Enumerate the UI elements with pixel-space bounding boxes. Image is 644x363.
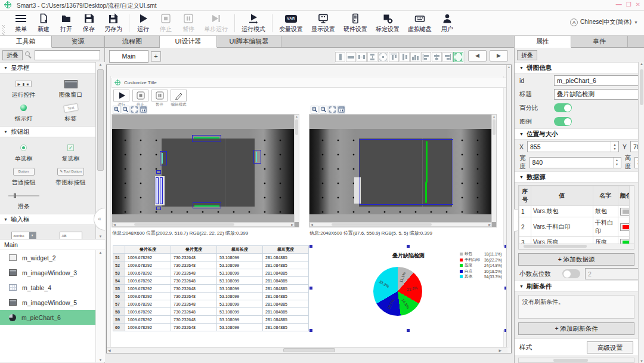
tree-item-m_imageWindow_5[interactable]: m_imageWindow_5: [0, 295, 95, 310]
toolbar-button-var[interactable]: VAR变量设置: [275, 13, 307, 33]
toolbox-item[interactable]: Text标签: [47, 103, 94, 123]
run-button[interactable]: [113, 90, 129, 101]
toolbox-item[interactable]: 滑条: [0, 191, 47, 211]
id-field[interactable]: [554, 75, 638, 86]
toolbar-button-pause[interactable]: 暂停: [177, 13, 200, 33]
row-number-cell[interactable]: 52: [113, 262, 125, 269]
tree-item-m_widget_2[interactable]: m_widget_2: [0, 250, 95, 265]
zoom-in-button[interactable]: [113, 106, 120, 113]
toolbar-button-hardware[interactable]: 硬件设置: [339, 13, 371, 33]
align-button-center-horizontal[interactable]: [400, 52, 410, 62]
add-datasource-button[interactable]: + 添加数据源: [518, 253, 634, 266]
datasource-row[interactable]: 1Vars.鼓包鼓包: [519, 206, 634, 217]
toolbox-section-header[interactable]: ▼按钮组: [0, 126, 95, 137]
pie-chart-widget[interactable]: 叠片缺陷检测 11.1%22.2%14.8%18.5%33.3% 鼓包18(11…: [311, 247, 506, 330]
datasource-horizontal-scrollbar[interactable]: [518, 244, 634, 250]
toolbar-button-save[interactable]: 保存: [78, 13, 100, 33]
row-number-cell[interactable]: 60: [113, 324, 125, 331]
section-geometry[interactable]: ▼位置与大小: [515, 128, 638, 140]
stop-button[interactable]: [132, 90, 148, 101]
row-number-cell[interactable]: 51: [113, 254, 125, 262]
toolbar-button-open[interactable]: 打开: [55, 13, 78, 33]
image-window-right[interactable]: ▲ ◀▶: [309, 114, 497, 227]
tab-flowchart[interactable]: 流程图: [105, 36, 160, 47]
zoom-one-to-one-button[interactable]: [338, 106, 345, 113]
toolbar-button-menu[interactable]: 菜单: [10, 13, 32, 33]
image-window-left[interactable]: ▲ ◀▶: [112, 114, 299, 227]
canvas-horizontal-scrollbar[interactable]: ◀▶: [107, 347, 507, 353]
column-header[interactable]: 叠片长度: [125, 246, 171, 254]
toolbar-button-stop[interactable]: 停止: [154, 13, 177, 33]
toolbox-item[interactable]: 图像窗口: [47, 79, 94, 99]
toolbox-item[interactable]: combo▾组合框: [0, 231, 47, 239]
resize-handle[interactable]: [407, 329, 410, 332]
legend-toggle[interactable]: [554, 117, 572, 126]
tab-ui-script-editor[interactable]: UI脚本编辑器: [217, 36, 281, 47]
panel-vertical-scrollbar[interactable]: ▲▼: [638, 62, 644, 363]
row-number-cell[interactable]: 58: [113, 308, 125, 316]
zoom-out-button[interactable]: [122, 106, 129, 113]
scroll-down-icon[interactable]: ▼: [96, 358, 105, 362]
collapse-button[interactable]: 折叠: [2, 50, 23, 60]
align-button-align-right[interactable]: [442, 52, 453, 62]
tab-properties[interactable]: 属性: [515, 36, 571, 48]
toolbox-item[interactable]: 单选框: [0, 143, 47, 163]
toolbox-item[interactable]: ✓复选框: [47, 143, 94, 163]
decimal-toggle[interactable]: [562, 269, 580, 278]
image-vertical-scrollbar[interactable]: ▲: [491, 115, 496, 222]
percent-toggle[interactable]: [554, 103, 572, 112]
toolbar-button-step[interactable]: 单步运行: [200, 13, 232, 33]
toolbox-item[interactable]: 指示灯: [0, 103, 47, 123]
align-button-expand[interactable]: [378, 52, 388, 62]
x-stepper[interactable]: ▲▼: [527, 141, 619, 152]
zoom-fit-button[interactable]: [131, 106, 138, 113]
nav-prev-button[interactable]: ◀: [468, 50, 487, 61]
datasource-vertical-scrollbar[interactable]: [629, 186, 634, 244]
tab-resources[interactable]: 资源: [52, 36, 104, 47]
align-button-align-h-center[interactable]: [346, 52, 356, 62]
zoom-one-to-one-button[interactable]: [140, 106, 147, 113]
page-tab-main[interactable]: Main: [109, 50, 148, 63]
row-number-cell[interactable]: 54: [113, 277, 125, 285]
tree-item-m_imageWindow_3[interactable]: m_imageWindow_3: [0, 265, 95, 280]
zoom-out-button[interactable]: [320, 106, 327, 113]
toolbar-button-user[interactable]: 用户: [436, 13, 459, 33]
close-button[interactable]: ✕: [636, 1, 640, 8]
toolbox-item[interactable]: Button普通按钮: [0, 167, 47, 187]
toolbar-button-runmode[interactable]: 运行模式: [237, 13, 270, 33]
resize-handle[interactable]: [309, 329, 312, 332]
row-number-cell[interactable]: 57: [113, 300, 125, 308]
zoom-in-button[interactable]: [311, 106, 318, 113]
minimize-button[interactable]: —: [616, 1, 622, 8]
pause-button[interactable]: [151, 90, 168, 101]
toolbar-button-display[interactable]: 显示设置: [307, 13, 339, 33]
row-number-cell[interactable]: 56: [113, 293, 125, 300]
scroll-down-icon[interactable]: ▼: [96, 235, 105, 238]
row-number-cell[interactable]: 53: [113, 269, 125, 277]
search-input[interactable]: [35, 50, 100, 60]
ds-column-header[interactable]: 名字: [593, 186, 618, 206]
edit-button[interactable]: [171, 90, 187, 101]
decimal-stepper[interactable]: ▲▼: [585, 268, 638, 279]
align-button-space-horizontal[interactable]: [357, 52, 367, 62]
image-horizontal-scrollbar[interactable]: ◀▶: [112, 222, 295, 227]
resize-handle[interactable]: [407, 245, 410, 248]
align-button-align-v-center[interactable]: [335, 52, 345, 62]
datasource-row[interactable]: 2Vars.干料白印干料白印: [519, 217, 634, 237]
maximize-button[interactable]: ❐: [626, 1, 631, 8]
toolbar-button-calib[interactable]: 标定设置: [371, 13, 404, 33]
collapse-button[interactable]: 折叠: [517, 50, 537, 60]
panel-horizontal-scrollbar[interactable]: [518, 358, 634, 363]
language-selector[interactable]: A Chinese|中文(简体) ▼: [570, 18, 638, 26]
scroll-up-icon[interactable]: ▲: [96, 251, 105, 254]
advanced-settings-button[interactable]: 高级设置: [587, 342, 633, 353]
add-refresh-condition-button[interactable]: + 添加刷新条件: [518, 322, 634, 335]
design-canvas[interactable]: Customize Title 运行停止暂停编辑模式 ▲ ◀▶ 信息:2048X…: [106, 64, 512, 353]
toolbox-section-header[interactable]: ▼显示框: [0, 62, 95, 73]
column-header[interactable]: 极耳宽度: [263, 246, 309, 254]
image-horizontal-scrollbar[interactable]: ◀▶: [309, 222, 492, 227]
scroll-up-icon[interactable]: ▲: [96, 63, 105, 66]
ds-column-header[interactable]: 值: [531, 186, 593, 206]
toolbar-button-new[interactable]: 新建: [32, 13, 55, 33]
toolbox-item[interactable]: AB输入框: [47, 231, 94, 239]
